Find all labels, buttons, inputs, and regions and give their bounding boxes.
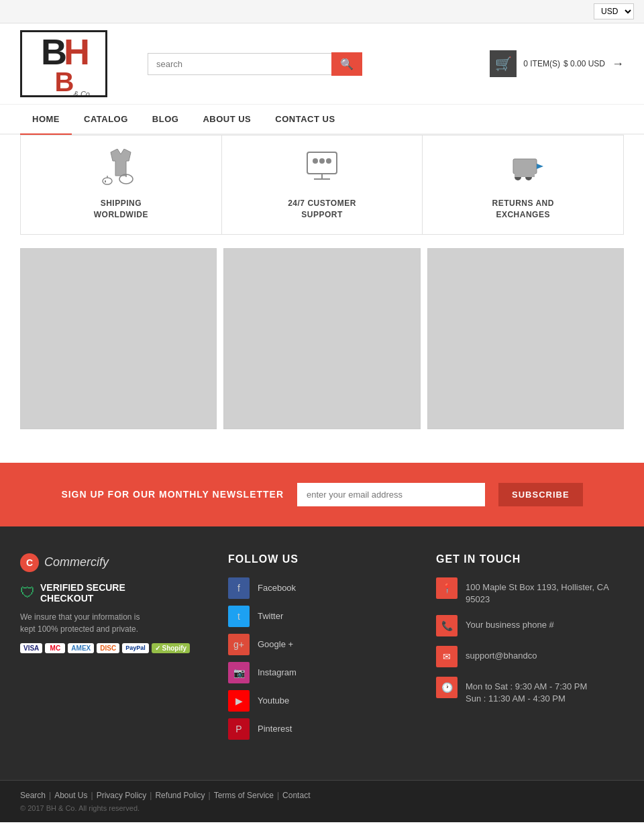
instagram-icon: 📷 [228,662,250,683]
currency-select[interactable]: USD EUR GBP [594,3,634,19]
search-button[interactable]: 🔍 [331,52,362,76]
logo-b1: B [41,34,64,70]
product-card-2[interactable] [223,248,420,429]
payment-shopify: ✓ Shopify [152,643,190,653]
product-card-3[interactable] [427,248,624,429]
returns-title: RETURNS ANDEXCHANGES [492,198,553,221]
hours-icon: 🕐 [436,677,458,698]
payment-paypal: PayPal [122,643,149,653]
social-facebook[interactable]: f Facebook [228,577,416,599]
footer-copyright: © 2017 BH & Co. All rights reserved. [20,804,624,812]
cart-items: 0 ITEM(S) [523,59,560,68]
footer-sep-3: | [150,791,152,800]
footer-sep-4: | [209,791,211,800]
svg-marker-0 [111,149,131,176]
secure-desc: We insure that your information iskept 1… [20,611,208,635]
logo-co: & Co [74,90,90,97]
returns-icon [503,149,543,191]
nav-item-catalog[interactable]: CATALOG [72,105,140,135]
payment-icons: VISA MC AMEX DISC PayPal ✓ Shopify [20,643,208,653]
main-nav: HOME CATALOG BLOG ABOUT US CONTACT US [0,105,644,135]
svg-point-11 [326,158,331,164]
footer-link-search[interactable]: Search [20,791,46,800]
pinterest-label: Pinterest [258,724,292,734]
payment-mc: MC [45,643,65,653]
shield-icon: 🛡 [20,584,35,602]
top-bar: USD EUR GBP [0,0,644,23]
commercify-badge: C Commercify [20,553,208,572]
payment-discover: DISC [97,643,119,653]
logo-h: H [64,34,87,70]
commercify-logo: C [20,553,39,572]
footer-link-refund[interactable]: Refund Policy [155,791,205,800]
facebook-icon: f [228,577,250,599]
phone-text: Your business phone # [466,615,554,631]
pinterest-icon: P [228,718,250,740]
footer-bottom: Search | About Us | Privacy Policy | Ref… [0,780,644,822]
svg-point-9 [313,158,318,164]
footer-link-contact[interactable]: Contact [282,791,310,800]
logo-area: BH B & Co [20,30,134,97]
subscribe-button[interactable]: SUBSCRIBE [498,483,583,506]
footer-sep-5: | [277,791,279,800]
footer-links: Search | About Us | Privacy Policy | Ref… [20,791,624,800]
svg-rect-16 [515,169,535,177]
cart-area: 🛒 0 ITEM(S) $ 0.00 USD → [490,50,624,77]
contact-title: GET IN TOUCH [436,553,624,565]
facebook-label: Facebook [258,583,296,593]
hours-text: Mon to Sat : 9:30 AM - 7:30 PMSun : 11:3… [466,677,587,705]
support-title: 24/7 CUSTOMERSUPPORT [288,198,356,221]
newsletter-section: SIGN UP FOR OUR MONTHLY NEWSLETTER SUBSC… [0,463,644,526]
header: BH B & Co 🔍 🛒 0 ITEM(S) $ 0.00 USD → [0,23,644,105]
nav-item-blog[interactable]: BLOG [140,105,191,135]
footer-col-social: FOLLOW US f Facebook t Twitter g+ Google… [228,553,416,746]
logo-box[interactable]: BH B & Co [20,30,107,97]
address-icon: 📍 [436,577,458,599]
cart-icon[interactable]: 🛒 [490,50,517,77]
cart-info: 0 ITEM(S) $ 0.00 USD [523,59,605,68]
social-youtube[interactable]: ▶ Youtube [228,690,416,712]
features-strip: SHIPPINGWORLDWIDE 24/7 CUSTOMERSUPPORT [20,135,624,235]
social-twitter[interactable]: t Twitter [228,606,416,627]
social-instagram[interactable]: 📷 Instagram [228,662,416,683]
newsletter-email-input[interactable] [297,483,485,506]
contact-hours: 🕐 Mon to Sat : 9:30 AM - 7:30 PMSun : 11… [436,677,624,705]
contact-email: ✉ support@bhandco [436,646,624,667]
product-grid [0,235,644,443]
product-card-1[interactable] [20,248,217,429]
support-icon [302,149,342,191]
social-googleplus[interactable]: g+ Google + [228,634,416,655]
email-text: support@bhandco [466,646,537,662]
footer-sep-2: | [91,791,93,800]
address-text: 100 Maple St Box 1193, Hollister, CA 950… [466,577,624,606]
footer-col-contact: GET IN TOUCH 📍 100 Maple St Box 1193, Ho… [436,553,624,746]
svg-point-10 [319,158,325,164]
shipping-title: SHIPPINGWORLDWIDE [94,198,148,221]
svg-point-3 [103,178,112,184]
footer-grid: C Commercify 🛡 VERIFIED SECURECHECKOUT W… [20,553,624,746]
footer-col-security: C Commercify 🛡 VERIFIED SECURECHECKOUT W… [20,553,208,746]
social-pinterest[interactable]: P Pinterest [228,718,416,740]
contact-phone: 📞 Your business phone # [436,615,624,636]
newsletter-label: SIGN UP FOR OUR MONTHLY NEWSLETTER [61,489,284,500]
footer-link-privacy[interactable]: Privacy Policy [97,791,147,800]
instagram-label: Instagram [258,667,297,677]
feature-returns: RETURNS ANDEXCHANGES [423,135,623,234]
feature-support: 24/7 CUSTOMERSUPPORT [222,135,423,234]
cart-arrow: → [612,57,624,71]
googleplus-label: Google + [258,639,293,649]
nav-item-home[interactable]: HOME [20,105,72,135]
youtube-icon: ▶ [228,690,250,712]
search-input[interactable] [148,53,331,75]
youtube-label: Youtube [258,695,289,706]
footer-link-terms[interactable]: Terms of Service [214,791,274,800]
twitter-label: Twitter [258,611,283,621]
contact-address: 📍 100 Maple St Box 1193, Hollister, CA 9… [436,577,624,606]
svg-marker-13 [537,164,543,169]
follow-us-title: FOLLOW US [228,553,416,565]
nav-item-contact[interactable]: CONTACT US [263,105,347,135]
footer-link-about[interactable]: About Us [54,791,87,800]
nav-item-about[interactable]: ABOUT US [191,105,263,135]
payment-amex: AMEX [68,643,94,653]
cart-price: $ 0.00 USD [564,59,605,68]
